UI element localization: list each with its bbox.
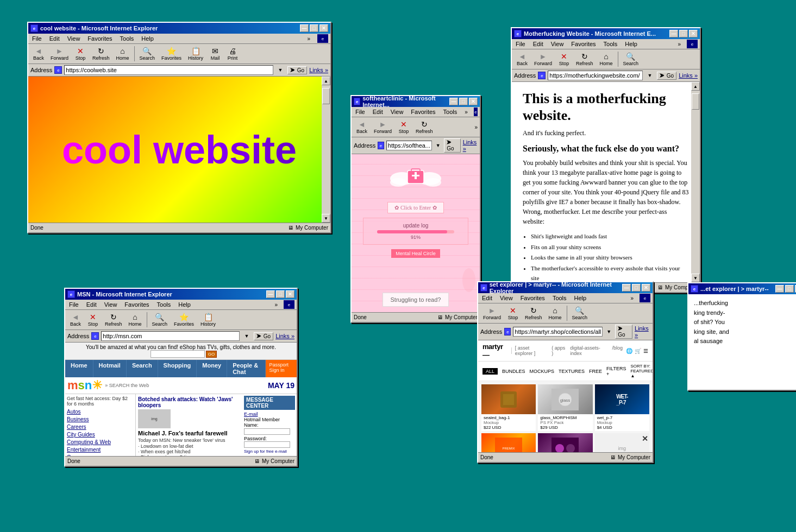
go-mf[interactable]: ⮞ Go — [657, 72, 676, 80]
filter-textures[interactable]: TEXTURES — [559, 369, 585, 374]
scroll-up[interactable]: ▲ — [322, 77, 330, 85]
menu-tools-mf[interactable]: Tools — [602, 40, 619, 48]
menu-help-msn[interactable]: Help — [177, 301, 192, 308]
addr-dropdown-soft[interactable]: ▼ — [434, 143, 442, 148]
toolbar-opts2-soft[interactable]: » — [474, 124, 478, 130]
minimize-mf[interactable]: — — [669, 30, 678, 37]
martyr-nav-asset[interactable]: [ asset explorer ] — [515, 345, 548, 356]
maximize-soft[interactable]: □ — [459, 98, 468, 105]
martyr-nav-apps[interactable]: ( apps ) — [551, 345, 567, 356]
addr-dd-msn[interactable]: ▼ — [242, 333, 252, 339]
minimize-martyr[interactable]: — — [622, 284, 631, 292]
scroll-thumb[interactable] — [322, 88, 330, 104]
menu-edit-martyr[interactable]: Edit — [480, 294, 494, 302]
toolbar-options[interactable]: » — [305, 35, 312, 42]
scroll-down[interactable]: ▼ — [322, 214, 330, 223]
product-item-5[interactable]: product5 — [538, 433, 592, 452]
addr-input-msn[interactable]: http://msn.com — [101, 331, 240, 341]
refresh-soft[interactable]: ↻ Refresh — [413, 118, 436, 136]
links-button[interactable]: Links » — [309, 67, 328, 73]
menu-tools-msn[interactable]: Tools — [155, 301, 173, 308]
msn-link-careers[interactable]: Careers — [67, 423, 134, 431]
links-msn[interactable]: Links » — [275, 333, 294, 339]
addr-dd-mf[interactable]: ▼ — [645, 73, 655, 78]
menu-edit-mf[interactable]: Edit — [531, 40, 545, 48]
msn-signup[interactable]: Sign up for free e-mail — [244, 449, 295, 454]
addr-input-martyr[interactable]: https://martyr.shop/collections/all — [513, 327, 603, 337]
product-item-1[interactable]: sealed_bag-1 Mockup $22 USD — [481, 384, 536, 431]
product-close-icon[interactable]: ✕ — [642, 434, 648, 443]
msn-pass-input[interactable] — [244, 441, 290, 448]
toolbar-opts-mf[interactable]: » — [676, 41, 682, 48]
menu-view-mf[interactable]: View — [549, 40, 566, 48]
refresh-button[interactable]: ↻ Refresh — [90, 45, 112, 62]
history-msn-btn[interactable]: 📋 History — [198, 311, 218, 328]
back-msn[interactable]: ◄ Back — [67, 311, 84, 328]
msn-link-autos[interactable]: Autos — [67, 408, 134, 416]
back-mf[interactable]: ◄ Back — [514, 50, 530, 68]
addr-input-mf[interactable]: https://motherfuckingwebsite.com/ — [548, 71, 643, 80]
filter-more[interactable]: FILTERS + — [606, 366, 626, 377]
links-mf[interactable]: Links » — [679, 72, 698, 79]
search-button[interactable]: 🔍 Search — [137, 45, 158, 62]
back-button[interactable]: ◄ Back — [30, 45, 47, 62]
address-input[interactable]: https://coolweb.site — [64, 65, 273, 75]
refresh-martyr[interactable]: ↻ Refresh — [522, 305, 545, 322]
addr-input-soft[interactable]: https://softhea... — [386, 141, 432, 150]
msn-nav-hotmail[interactable]: Hotmail — [93, 360, 127, 377]
enter-button[interactable]: ✿ Click to Enter ✿ — [387, 202, 443, 213]
close-soft[interactable]: ✕ — [469, 98, 478, 105]
menu-view-msn[interactable]: View — [103, 301, 119, 308]
minimize-msn[interactable]: — — [266, 290, 275, 298]
menu-file-mf[interactable]: File — [514, 40, 527, 48]
msn-nav-home[interactable]: Home — [65, 360, 93, 377]
menu-favorites[interactable]: Favorites — [86, 35, 114, 42]
forward-martyr[interactable]: ► Forward — [480, 305, 504, 322]
msn-search-web-btn[interactable]: » SEARCH the Web — [105, 383, 149, 388]
close-martyr[interactable]: ✕ — [642, 284, 650, 292]
maximize-partial[interactable]: □ — [785, 285, 794, 293]
stop-soft[interactable]: ✕ Stop — [396, 118, 412, 136]
menu-file-soft[interactable]: File — [354, 108, 367, 116]
forward-mf[interactable]: ► Forward — [531, 50, 555, 68]
search-mf[interactable]: 🔍 Search — [620, 50, 642, 68]
menu-favorites-msn[interactable]: Favorites — [123, 301, 151, 308]
menu-edit[interactable]: Edit — [48, 35, 61, 42]
scroll-down-mf[interactable]: ▼ — [691, 274, 700, 282]
sort-label[interactable]: SORT BY: FEATURED ▲ — [630, 364, 653, 378]
msn-search-input[interactable] — [151, 350, 205, 358]
go-martyr[interactable]: ⮞ Go — [615, 325, 632, 339]
msn-nav-people[interactable]: People & Chat — [227, 360, 266, 377]
favorites-button[interactable]: ⭐ Favorites — [159, 45, 184, 62]
history-button[interactable]: 📋 History — [185, 45, 206, 62]
home-button[interactable]: ⌂ Home — [114, 45, 132, 62]
menu-view-martyr[interactable]: View — [498, 294, 515, 302]
stop-martyr[interactable]: ✕ Stop — [505, 305, 521, 322]
back-soft[interactable]: ◄ Back — [354, 118, 370, 136]
msn-link-business[interactable]: Business — [67, 416, 134, 423]
filter-free[interactable]: FREE — [589, 369, 602, 374]
maximize-martyr[interactable]: □ — [632, 284, 641, 292]
toolbar-opts-msn[interactable]: » — [273, 301, 279, 308]
home-msn[interactable]: ⌂ Home — [126, 311, 145, 328]
menu-help[interactable]: Help — [140, 35, 155, 42]
favorites-msn-btn[interactable]: ⭐ Favorites — [171, 311, 197, 328]
search-msn[interactable]: 🔍 Search — [149, 311, 171, 328]
msn-email[interactable]: E-mail — [244, 411, 295, 417]
close-button[interactable]: ✕ — [319, 24, 328, 32]
maximize-mf[interactable]: □ — [679, 30, 688, 37]
msn-link-games[interactable]: Games — [67, 454, 134, 456]
msn-nav-search[interactable]: Search — [127, 360, 158, 377]
mail-button[interactable]: ✉ Mail — [207, 45, 223, 62]
martyr-nav-blog[interactable]: /blog — [612, 345, 623, 356]
stop-msn[interactable]: ✕ Stop — [85, 311, 101, 328]
close-mf[interactable]: ✕ — [689, 30, 698, 37]
search-martyr[interactable]: 🔍 Search — [569, 305, 591, 322]
stop-button[interactable]: ✕ Stop — [72, 45, 89, 62]
menu-file[interactable]: File — [30, 35, 43, 42]
msn-link-computing[interactable]: Computing & Web — [67, 439, 134, 446]
menu-favorites-martyr[interactable]: Favorites — [519, 294, 547, 302]
msn-search-btn[interactable]: GO — [206, 351, 217, 358]
msn-link-entertainment[interactable]: Entertainment — [67, 446, 134, 454]
minimize-soft[interactable]: — — [449, 98, 458, 105]
